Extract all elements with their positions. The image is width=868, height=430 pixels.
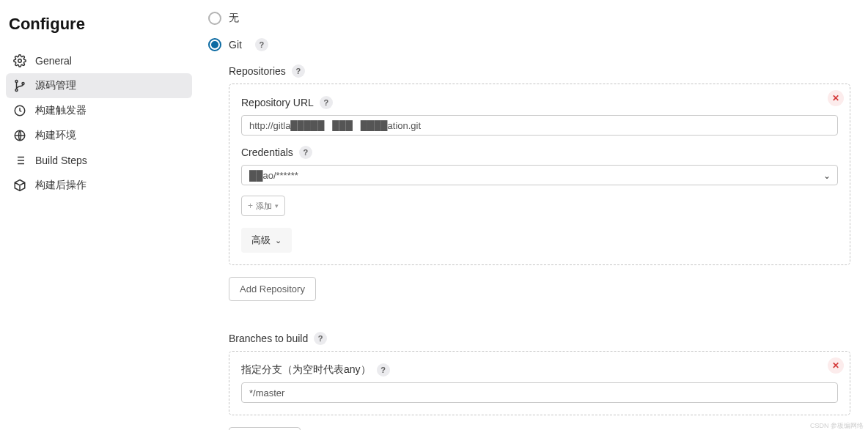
branches-label: Branches to build	[229, 333, 308, 344]
sidebar-item-scm[interactable]: 源码管理	[6, 73, 192, 98]
svg-point-2	[15, 89, 18, 92]
gear-icon	[13, 54, 26, 67]
clock-icon	[13, 104, 26, 117]
remove-repo-button[interactable]: ✕	[828, 90, 844, 106]
repository-block: ✕ Repository URL ? Credentials ? ██ao/**…	[229, 84, 850, 265]
help-branches[interactable]: ?	[314, 332, 327, 345]
repo-url-input[interactable]	[241, 115, 838, 136]
advanced-button[interactable]: 高级 ⌄	[241, 228, 292, 253]
help-repo-url[interactable]: ?	[320, 96, 333, 109]
watermark: CSDN 参板编网络	[810, 421, 864, 430]
sidebar-item-label: 构建触发器	[35, 104, 87, 117]
add-repository-button[interactable]: Add Repository	[229, 277, 316, 301]
help-credentials[interactable]: ?	[299, 146, 312, 159]
branch-block: ✕ 指定分支（为空时代表any） ?	[229, 351, 850, 415]
page-title: Configure	[6, 9, 192, 48]
sidebar: Configure General 源码管理 构建触发器 构建环境 Build …	[0, 0, 198, 430]
sidebar-item-label: 构建环境	[35, 129, 76, 142]
help-repositories[interactable]: ?	[292, 64, 305, 78]
sidebar-item-label: 源码管理	[35, 79, 76, 92]
scm-git-label: Git	[229, 39, 242, 51]
scm-git-radio[interactable]	[208, 38, 221, 51]
svg-point-1	[15, 81, 18, 83]
chevron-down-icon: ⌄	[275, 236, 282, 245]
repositories-label: Repositories	[229, 65, 286, 77]
advanced-label: 高级	[251, 234, 271, 247]
add-cred-label: 添加	[256, 201, 272, 211]
repo-url-label: Repository URL	[241, 97, 314, 108]
branch-spec-input[interactable]	[241, 382, 838, 403]
sidebar-item-post[interactable]: 构建后操作	[6, 173, 192, 198]
svg-point-3	[22, 83, 24, 85]
branch-spec-label: 指定分支（为空时代表any）	[241, 363, 371, 377]
package-icon	[13, 179, 26, 192]
sidebar-item-steps[interactable]: Build Steps	[6, 148, 192, 173]
plus-icon: +	[248, 201, 253, 211]
scm-none-radio[interactable]	[208, 12, 221, 25]
caret-down-icon: ▾	[275, 202, 279, 210]
sidebar-item-general[interactable]: General	[6, 48, 192, 73]
globe-icon	[13, 129, 26, 142]
list-icon	[13, 154, 26, 167]
credentials-value: ██ao/******	[249, 170, 298, 181]
svg-point-0	[18, 59, 22, 63]
sidebar-item-label: Build Steps	[35, 155, 87, 166]
help-branch-spec[interactable]: ?	[377, 363, 390, 377]
sidebar-item-label: 构建后操作	[35, 179, 87, 192]
help-git[interactable]: ?	[255, 38, 268, 51]
sidebar-item-triggers[interactable]: 构建触发器	[6, 98, 192, 123]
sidebar-item-label: General	[35, 55, 72, 67]
credentials-label: Credentials	[241, 147, 293, 158]
remove-branch-button[interactable]: ✕	[828, 357, 844, 374]
add-branch-button[interactable]: Add Branch	[229, 427, 301, 430]
sidebar-item-env[interactable]: 构建环境	[6, 123, 192, 148]
add-credentials-button[interactable]: + 添加 ▾	[241, 196, 285, 216]
branch-icon	[13, 79, 26, 92]
scm-none-label: 无	[229, 12, 239, 25]
main-content: 无 Git ? Repositories ? ✕ Repository URL …	[198, 0, 868, 430]
credentials-select[interactable]: ██ao/******	[241, 165, 838, 185]
